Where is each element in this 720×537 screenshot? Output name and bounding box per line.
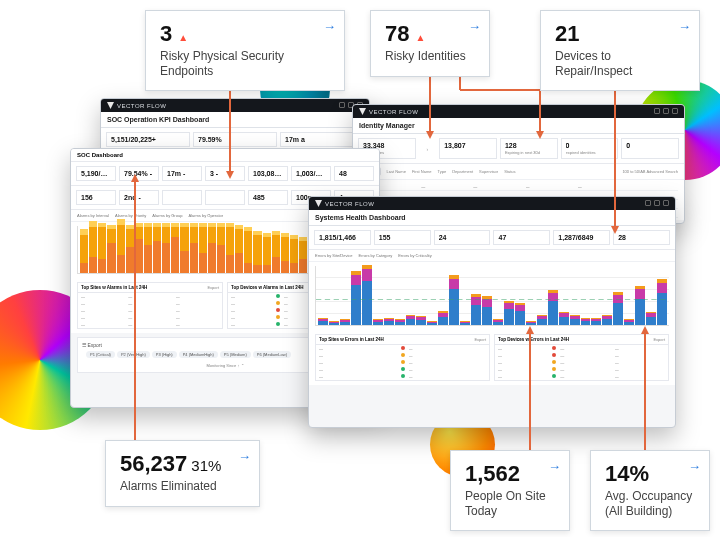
tab[interactable]: Errors by Criticality [398, 252, 432, 259]
status-dot-icon [552, 367, 556, 371]
chevron-right-icon[interactable]: › [419, 138, 437, 159]
chart-tabs: Errors by Site/Device Errors by Category… [309, 250, 675, 262]
page-title: SOC Dashboard [71, 149, 379, 162]
kpi-card[interactable]: 79.54% - [119, 166, 159, 181]
export-button[interactable]: Export [653, 337, 665, 342]
filter-label[interactable]: Status [504, 169, 515, 174]
page-title: Systems Health Dashboard [309, 210, 675, 226]
kpi-card[interactable]: 79.59% [193, 132, 277, 147]
kpi-card[interactable]: 128Expiring in next 30d [500, 138, 558, 159]
kpi-card[interactable]: 1,287/6849 [553, 230, 610, 245]
titlebar[interactable]: VECTOR FLOW [353, 105, 684, 118]
callout-people-onsite[interactable]: → 1,562 People On Site Today [450, 450, 570, 531]
kpi-card[interactable]: 0expired identities [561, 138, 619, 159]
tab[interactable]: Errors by Category [359, 252, 393, 259]
titlebar[interactable]: VECTOR FLOW [309, 197, 675, 210]
result-count: 100 to 50/AB Advanced Search [622, 169, 678, 174]
kpi-card[interactable]: 0 [621, 138, 679, 159]
tab[interactable]: Alarms by Group [152, 212, 182, 219]
kpi-card[interactable]: 155 [374, 230, 431, 245]
kpi-card[interactable]: 5,151/20,225+ [106, 132, 190, 147]
filter-label[interactable]: First Name [412, 169, 432, 174]
tab[interactable]: Errors by Site/Device [315, 252, 353, 259]
kpi-card[interactable]: 48 [334, 166, 374, 181]
table-row[interactable]: —— [316, 345, 489, 352]
table-row[interactable]: ——— [495, 359, 668, 366]
callout-risky-identities[interactable]: → 78▲ Risky Identities [370, 10, 490, 77]
chip[interactable]: P1 (Critical) [86, 351, 115, 358]
kpi-card[interactable] [205, 190, 245, 205]
table-row[interactable]: ——— [78, 300, 222, 307]
kpi-card[interactable]: 13,807 [439, 138, 497, 159]
filter-label[interactable]: Department [452, 169, 473, 174]
kpi-card[interactable]: 156 [76, 190, 116, 205]
chip[interactable]: P2 (VeryHigh) [117, 351, 150, 358]
table-row[interactable]: ——— [78, 307, 222, 314]
callout-value: 56,237 [120, 451, 187, 476]
kpi-card[interactable]: 1,003/1,028 [291, 166, 331, 181]
brand-text: VECTOR FLOW [117, 103, 166, 109]
table-row[interactable]: ——— [495, 345, 668, 352]
window-soc-kpi: VECTOR FLOW SOC Operation KPI Dashboard … [100, 98, 370, 153]
export-button[interactable]: Export [207, 285, 219, 290]
callout-risky-endpoints[interactable]: → 3▲ Risky Physical Security Endpoints [145, 10, 345, 91]
callout-devices-repair[interactable]: → 21 Devices to Repair/Inspect [540, 10, 700, 91]
chip[interactable]: P5 (Medium) [220, 351, 251, 358]
window-buttons[interactable] [651, 108, 678, 115]
chip[interactable]: P4 (MediumHigh) [179, 351, 218, 358]
export-button[interactable]: Export [474, 337, 486, 342]
table-row[interactable]: ——— [78, 314, 222, 321]
arrow-right-icon: → [323, 19, 336, 34]
kpi-card[interactable]: 485 [248, 190, 288, 205]
chip[interactable]: P6 (MediumLow) [253, 351, 291, 358]
table-row[interactable]: ——— [78, 321, 222, 328]
brand-logo-icon [315, 200, 322, 207]
page-title: SOC Operation KPI Dashboard [101, 112, 369, 128]
identity-filters: Export Last Name First Name Type Departm… [353, 164, 684, 180]
tab[interactable]: Alarms by Interval [77, 212, 109, 219]
filter-label[interactable]: Supervisor [479, 169, 498, 174]
table-row[interactable]: ——— [495, 352, 668, 359]
callout-value: 78 [385, 21, 409, 46]
collapse-icon[interactable]: ⌃ [241, 363, 244, 368]
table-title: Top Sites w Alarms in Last 24H [81, 285, 147, 290]
chip[interactable]: P3 (High) [152, 351, 177, 358]
table-row[interactable]: ——— [78, 293, 222, 300]
callout-label: Devices to Repair/Inspect [555, 49, 685, 78]
table-left: Top Sites w Alarms in Last 24HExport ———… [77, 282, 223, 329]
callout-avg-occupancy[interactable]: → 14% Avg. Occupancy (All Building) [590, 450, 710, 531]
table-row[interactable]: —— [316, 352, 489, 359]
kpi-card[interactable]: 2nd - [119, 190, 159, 205]
callout-alarms-eliminated[interactable]: → 56,23731% Alarms Eliminated [105, 440, 260, 507]
table-left: Top Sites w Errors in Last 24HExport —— … [315, 334, 490, 381]
table-row[interactable]: —— [316, 366, 489, 373]
kpi-card[interactable]: 28 [613, 230, 670, 245]
tab[interactable]: Alarms by Operator [188, 212, 223, 219]
table-row[interactable]: ——— [495, 366, 668, 373]
two-tables: Top Sites w Errors in Last 24HExport —— … [309, 330, 675, 385]
kpi-card[interactable]: 5,190/4,461+ [76, 166, 116, 181]
export-button[interactable]: Export [87, 342, 101, 348]
table-row[interactable]: —— [316, 359, 489, 366]
table-row[interactable]: ————— [359, 182, 678, 191]
tab[interactable]: Alarms by Priority [115, 212, 146, 219]
kpi-card[interactable] [162, 190, 202, 205]
kpi-card[interactable]: 103,081 460 [248, 166, 288, 181]
filter-label[interactable]: Type [437, 169, 446, 174]
kpi-card[interactable]: 17m - [162, 166, 202, 181]
window-systems-health: VECTOR FLOW Systems Health Dashboard 1,8… [308, 196, 676, 428]
filter-label[interactable]: Last Name [387, 169, 406, 174]
kpi-card[interactable]: 1,815/1,466 [314, 230, 371, 245]
status-dot-icon [276, 322, 280, 326]
callout-label: Risky Physical Security Endpoints [160, 49, 330, 78]
kpi-card[interactable]: 24 [434, 230, 491, 245]
table-row[interactable]: ——— [495, 373, 668, 380]
callout-label: Risky Identities [385, 49, 475, 63]
status-dot-icon [401, 346, 405, 350]
titlebar[interactable]: VECTOR FLOW [101, 99, 369, 112]
window-buttons[interactable] [642, 200, 669, 207]
kpi-card[interactable]: 47 [493, 230, 550, 245]
kpi-card[interactable]: 3 - [205, 166, 245, 181]
table-row[interactable]: —— [316, 373, 489, 380]
brand-logo-icon [359, 108, 366, 115]
